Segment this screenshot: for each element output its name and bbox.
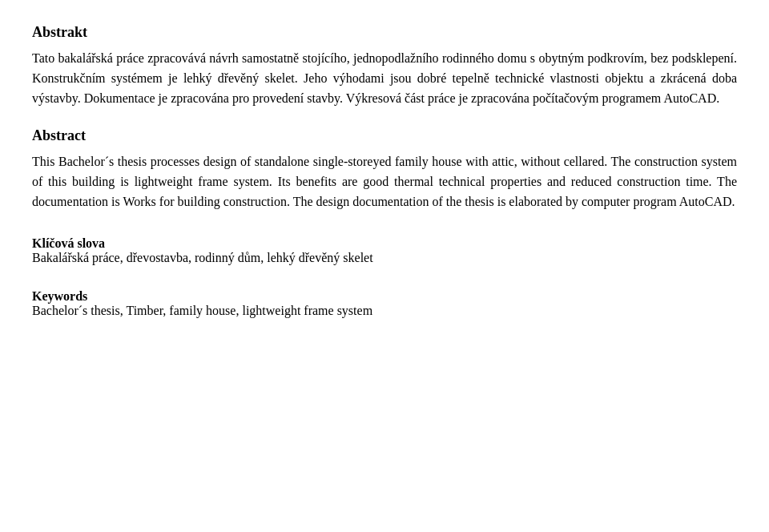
keywords-label: Keywords [32, 289, 87, 303]
abstrakt-title: Abstrakt [32, 24, 737, 41]
keywords-value: Bachelor´s thesis, Timber, family house,… [32, 304, 372, 317]
klicova-slova-label: Klíčová slova [32, 236, 105, 250]
klicova-slova-row: Klíčová slova Bakalářská práce, dřevosta… [32, 236, 737, 265]
keywords-section: Keywords Bachelor´s thesis, Timber, fami… [32, 289, 737, 318]
klicova-slova-value: Bakalářská práce, dřevostavba, rodinný d… [32, 251, 373, 264]
abstract-body: This Bachelor´s thesis processes design … [32, 152, 737, 212]
keywords-row: Keywords Bachelor´s thesis, Timber, fami… [32, 289, 737, 318]
abstrakt-section: Abstrakt Tato bakalářská práce zpracováv… [32, 24, 737, 108]
abstrakt-body: Tato bakalářská práce zpracovává návrh s… [32, 49, 737, 108]
klicova-slova-section: Klíčová slova Bakalářská práce, dřevosta… [32, 236, 737, 265]
abstract-section: Abstract This Bachelor´s thesis processe… [32, 127, 737, 212]
abstract-title: Abstract [32, 127, 737, 144]
